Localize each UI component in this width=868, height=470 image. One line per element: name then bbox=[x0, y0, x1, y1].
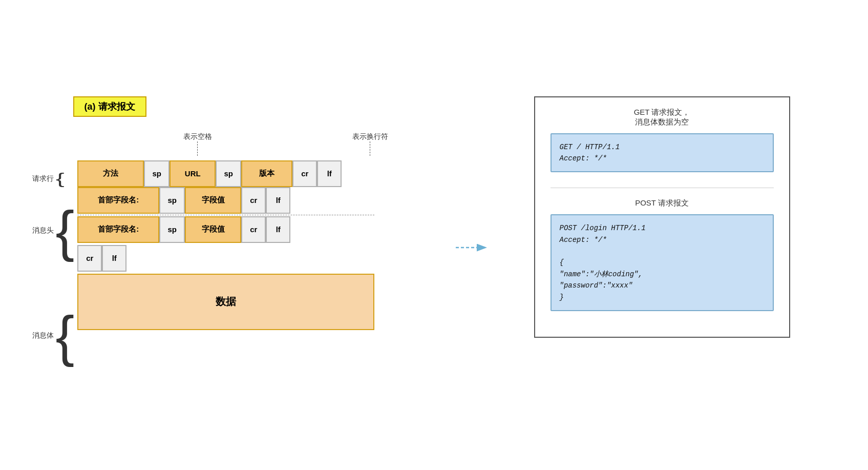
header-brace: { bbox=[56, 192, 75, 269]
request-line-brace: { bbox=[56, 171, 65, 187]
sp3-cell: sp bbox=[159, 187, 185, 214]
right-panel: GET 请求报文， 消息体数据为空 GET / HTTP/1.1 Accept:… bbox=[534, 96, 790, 338]
body-row: 数据 bbox=[77, 274, 374, 330]
request-line-label: 请求行 bbox=[32, 174, 54, 183]
post-title: POST 请求报文 bbox=[551, 198, 774, 208]
post-code: POST /login HTTP/1.1 Accept: */* { "name… bbox=[560, 224, 646, 301]
crlf-row: cr lf bbox=[77, 245, 374, 272]
http-rows: 方法 sp URL sp 版本 cr lf 首部字段名: sp 字段值 cr l… bbox=[77, 160, 374, 330]
cr1-cell: cr bbox=[292, 160, 317, 187]
diagram-title: (a) 请求报文 bbox=[73, 96, 146, 117]
cr3-cell: cr bbox=[241, 216, 266, 243]
request-line-row: 方法 sp URL sp 版本 cr lf bbox=[77, 160, 374, 187]
get-title: GET 请求报文， 消息体数据为空 bbox=[551, 108, 774, 127]
header-separator bbox=[77, 215, 374, 215]
sp1-cell: sp bbox=[144, 160, 170, 187]
field-value2-cell: 字段值 bbox=[185, 216, 241, 243]
method-cell: 方法 bbox=[77, 160, 144, 187]
left-diagram: (a) 请求报文 表示空格 表示换行符 请求行 { bbox=[32, 96, 411, 374]
cr2-cell: cr bbox=[241, 187, 266, 214]
header-row2: 首部字段名: sp 字段值 cr lf bbox=[77, 216, 374, 243]
data-cell: 数据 bbox=[77, 274, 374, 330]
lf1-cell: lf bbox=[317, 160, 342, 187]
get-section: GET 请求报文， 消息体数据为空 GET / HTTP/1.1 Accept:… bbox=[551, 108, 774, 173]
body-label: 消息体 bbox=[32, 331, 54, 340]
sp2-cell: sp bbox=[216, 160, 241, 187]
post-code-box: POST /login HTTP/1.1 Accept: */* { "name… bbox=[551, 214, 774, 311]
version-cell: 版本 bbox=[241, 160, 292, 187]
diagram-body: 请求行 { 消息头 { 消息体 { 方法 sp bbox=[32, 160, 411, 374]
field-name2-cell: 首部字段名: bbox=[77, 216, 159, 243]
lf3-cell: lf bbox=[266, 216, 290, 243]
main-container: (a) 请求报文 表示空格 表示换行符 请求行 { bbox=[12, 81, 857, 390]
lf4-cell: lf bbox=[102, 245, 126, 272]
post-section: POST 请求报文 POST /login HTTP/1.1 Accept: *… bbox=[551, 198, 774, 311]
get-code: GET / HTTP/1.1 Accept: */* bbox=[560, 143, 620, 162]
section-labels: 请求行 { 消息头 { 消息体 { bbox=[32, 160, 75, 374]
arrow-container bbox=[452, 240, 493, 255]
lf2-cell: lf bbox=[266, 187, 290, 214]
sp4-cell: sp bbox=[159, 216, 185, 243]
panel-separator bbox=[551, 188, 774, 188]
body-brace: { bbox=[56, 297, 75, 374]
field-name1-cell: 首部字段名: bbox=[77, 187, 159, 214]
cr4-cell: cr bbox=[77, 245, 102, 272]
url-cell: URL bbox=[170, 160, 216, 187]
field-value1-cell: 字段值 bbox=[185, 187, 241, 214]
newline-annotation: 表示换行符 bbox=[352, 132, 388, 141]
space-annotation: 表示空格 bbox=[183, 132, 212, 141]
header-label: 消息头 bbox=[32, 226, 54, 235]
get-code-box: GET / HTTP/1.1 Accept: */* bbox=[551, 133, 774, 173]
dashed-arrow-icon bbox=[455, 240, 491, 255]
header-row1: 首部字段名: sp 字段值 cr lf bbox=[77, 187, 374, 214]
